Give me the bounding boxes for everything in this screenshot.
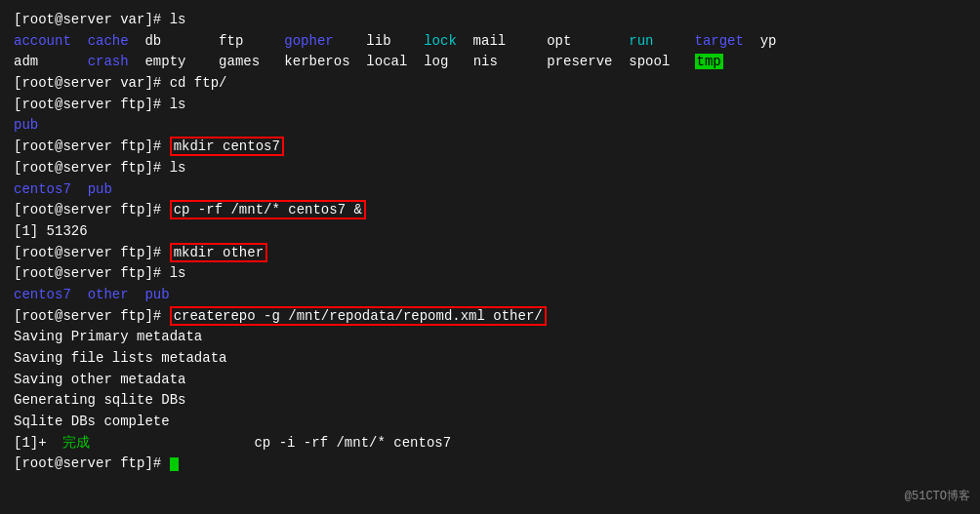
ls-item-lock: lock: [424, 33, 457, 49]
ls-item-mail: mail: [473, 33, 507, 49]
terminal-line: [root@server var]# ls: [14, 10, 966, 31]
createrepo-output5: Sqlite DBs complete: [14, 412, 966, 433]
ls-item-pub3: pub: [144, 287, 169, 302]
ls-output-3dirs: centos7 other pub: [14, 285, 966, 306]
ls-item-centos7-2: centos7: [14, 287, 71, 302]
terminal-line: [root@server ftp]# createrepo -g /mnt/re…: [14, 306, 966, 328]
prompt: [root@server ftp]#: [14, 202, 170, 217]
highlighted-command-mkdir-other: mkdir other: [170, 243, 267, 262]
prompt: [root@server ftp]#: [14, 245, 170, 260]
cursor: [170, 457, 179, 471]
terminal-line: [root@server ftp]# ls: [14, 95, 966, 116]
ls-item-kerberos: kerberos: [284, 54, 349, 69]
prompt-final: [root@server ftp]#: [14, 455, 170, 471]
ls-item-preserve: preserve: [547, 54, 612, 69]
bg-job-start: [1] 51326: [14, 221, 966, 243]
ls-item-other: other: [88, 287, 129, 302]
ls-item-target: target: [694, 33, 743, 49]
job-info: [1] 51326: [14, 223, 88, 239]
output-text: Saving file lists metadata: [14, 350, 226, 366]
prompt: [root@server var]#: [14, 75, 170, 91]
output-text: Generating sqlite DBs: [14, 392, 185, 408]
prompt: [root@server ftp]#: [14, 138, 170, 154]
watermark: @51CTO博客: [905, 488, 970, 504]
terminal-line: [root@server ftp]# mkdir centos7: [14, 137, 966, 158]
output-text: Sqlite DBs complete: [14, 414, 170, 429]
ls-output-centos7-pub: centos7 pub: [14, 179, 966, 201]
ls-item-cache: cache: [88, 33, 129, 49]
ls-item-local: local: [366, 54, 407, 69]
output-text: Saving other metadata: [14, 372, 185, 387]
ls-item-nis: nis: [473, 54, 498, 69]
ls-item-pub2: pub: [88, 181, 112, 197]
ls-item-spool: spool: [629, 54, 670, 69]
terminal-line: [root@server ftp]# mkdir other: [14, 243, 966, 264]
ls-item-pub: pub: [14, 117, 38, 133]
createrepo-output4: Generating sqlite DBs: [14, 390, 966, 412]
output-text: Saving Primary metadata: [14, 329, 202, 344]
prompt: [root@server ftp]#: [14, 97, 170, 112]
ls-item-account: account: [14, 33, 71, 49]
terminal-line: [root@server var]# cd ftp/: [14, 73, 966, 95]
terminal-window: [root@server var]# ls account cache db f…: [14, 10, 966, 475]
command-text: ls: [170, 265, 186, 281]
ls-item-opt: opt: [547, 33, 571, 49]
command-text: ls: [170, 160, 186, 176]
ls-item-adm: adm: [14, 54, 38, 69]
prompt: [root@server ftp]#: [14, 308, 170, 324]
job-cmd: cp -i -rf /mnt/* centos7: [90, 435, 451, 451]
createrepo-output3: Saving other metadata: [14, 370, 966, 391]
prompt: [root@server ftp]#: [14, 160, 170, 176]
command-text: cd ftp/: [170, 75, 227, 91]
ls-output-row1: account cache db ftp gopher lib lock mai…: [14, 31, 966, 53]
terminal-line: [root@server ftp]# ls: [14, 158, 966, 179]
highlighted-command: mkdir centos7: [170, 137, 284, 156]
ls-item-empty: empty: [144, 54, 185, 69]
ls-item-crash: crash: [88, 54, 129, 69]
job-complete-text: [1]+: [14, 435, 62, 451]
terminal-line: [root@server ftp]# cp -rf /mnt/* centos7…: [14, 200, 966, 221]
createrepo-output2: Saving file lists metadata: [14, 348, 966, 370]
ls-output-pub: pub: [14, 115, 966, 137]
ls-item-lib: lib: [366, 33, 390, 49]
ls-output-row2: adm crash empty games kerberos local log…: [14, 52, 966, 73]
ls-item-centos7: centos7: [14, 181, 71, 197]
highlighted-command-createrepo: createrepo -g /mnt/repodata/repomd.xml o…: [170, 306, 547, 326]
highlighted-command-cp: cp -rf /mnt/* centos7 &: [170, 200, 366, 219]
bg-job-complete: [1]+ 完成 cp -i -rf /mnt/* centos7: [14, 433, 966, 455]
ls-item-games: games: [219, 54, 260, 69]
final-prompt-line: [root@server ftp]#: [14, 454, 966, 475]
command-text: ls: [170, 97, 186, 112]
ls-item-tmp: tmp: [695, 54, 723, 69]
ls-item-db: db: [144, 33, 161, 49]
job-done-label: 完成: [62, 435, 90, 451]
ls-item-ftp: ftp: [219, 33, 243, 49]
ls-item-gopher: gopher: [284, 33, 333, 49]
createrepo-output1: Saving Primary metadata: [14, 327, 966, 348]
ls-item-log: log: [424, 54, 448, 69]
command-text: ls: [170, 12, 186, 27]
prompt: [root@server ftp]#: [14, 265, 170, 281]
prompt: [root@server var]#: [14, 12, 170, 27]
ls-item-run: run: [629, 33, 653, 49]
ls-item-yp: yp: [760, 33, 777, 49]
terminal-line: [root@server ftp]# ls: [14, 263, 966, 285]
